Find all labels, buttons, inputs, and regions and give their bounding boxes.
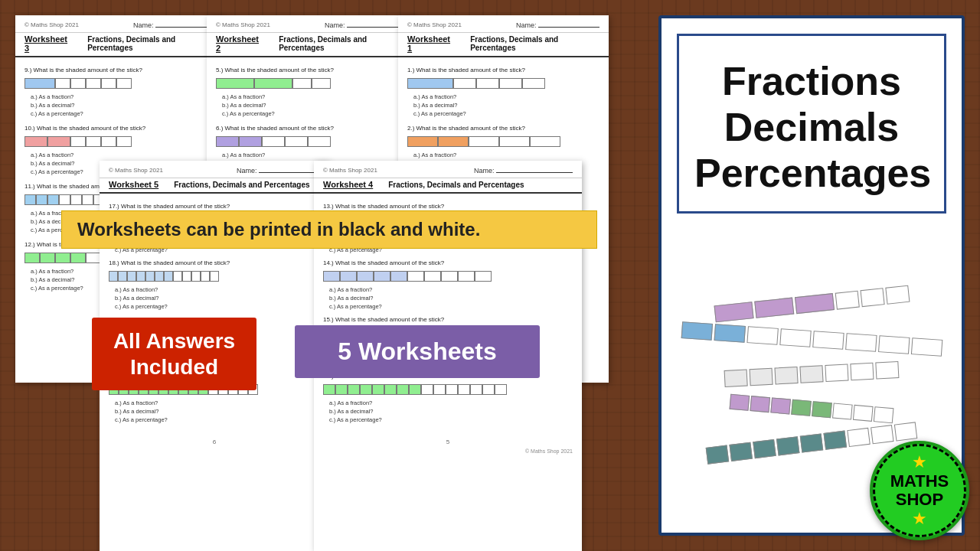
ws2-subject: Fractions, Decimals and Percentages [279,35,408,52]
ws2-label: Worksheet 2 [216,34,263,53]
ws5-label: Worksheet 5 [109,180,158,189]
left-panel: © Maths Shop 2021 Name: Worksheet 3 Frac… [0,0,643,551]
ws2-name: Name: [325,21,408,29]
ws3-sub-b: b.) As a decimal? [31,102,217,109]
bar-row-1 [714,285,910,322]
right-panel: Fractions Decimals Percentages [643,0,980,551]
bar-row-3 [724,361,900,387]
answers-badge: All Answers Included [92,318,256,390]
print-banner: Worksheets can be printed in black and w… [61,210,597,249]
ws1-subject: Fractions, Decimals and Percentages [470,35,599,52]
answers-badge-text: All Answers Included [104,328,244,380]
ws3-q9: 9.) What is the shaded amount of the sti… [24,67,217,73]
ws4-subject: Fractions, Decimals and Percentages [388,181,524,189]
ws1-name: Name: [516,21,599,29]
ws4-label: Worksheet 4 [323,180,373,189]
ws1-copyright: © Maths Shop 2021 [407,21,462,28]
cover-title: Fractions Decimals Percentages [694,59,929,196]
cover-title-line2: Decimals [694,105,929,151]
ws2-copyright: © Maths Shop 2021 [216,21,270,28]
ws3-sub-a: a.) As a fraction? [31,93,217,100]
ws3-sub2-a: a.) As a fraction? [31,152,217,158]
ws4-copyright: © Maths Shop 2021 [323,167,377,174]
ws3-sub-c: c.) As a percentage? [31,110,217,117]
badge-star-top: ★ [912,452,927,472]
cover-title-line1: Fractions [694,59,929,105]
bar-row-4 [730,393,894,423]
cover-title-line3: Percentages [694,151,929,197]
ws5-subject: Fractions, Decimals and Percentages [174,181,309,189]
badge-star-bottom: ★ [912,509,927,529]
badge-label: MATHS SHOP [890,472,949,509]
ws1-label: Worksheet 1 [407,34,455,53]
ws3-subject: Fractions, Decimals and Percentages [87,35,217,52]
worksheets-badge-text: 5 Worksheets [310,337,524,366]
maths-shop-badge: ★ MATHS SHOP ★ [870,441,969,540]
ws5-copyright: © Maths Shop 2021 [109,167,163,174]
ws3-name: Name: [133,21,217,29]
cover-inner: Fractions Decimals Percentages [677,34,946,214]
cover-card: Fractions Decimals Percentages [658,15,965,536]
ws3-q10: 10.) What is the shaded amount of the st… [24,125,217,132]
ws3-label: Worksheet 3 [24,34,72,53]
ws3-copyright: © Maths Shop 2021 [24,21,79,28]
bar-row-2 [681,321,942,357]
print-banner-text: Worksheets can be printed in black and w… [77,219,480,240]
worksheets-badge: 5 Worksheets [295,325,540,378]
